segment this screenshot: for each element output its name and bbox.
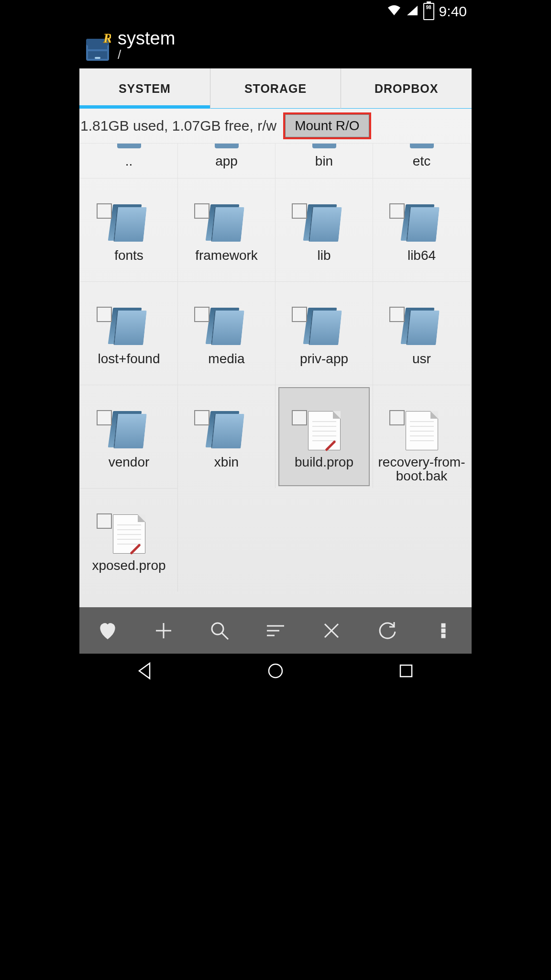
grid-item[interactable]: framework: [178, 178, 276, 281]
tab-label: SYSTEM: [119, 82, 171, 96]
device-screen: 98 9:40 R system / SYSTEM STORAGE DROPBO…: [79, 0, 472, 690]
folder-icon: [403, 198, 441, 244]
battery-icon: 98: [423, 3, 434, 20]
file-edit-icon: [113, 508, 145, 554]
grid-item[interactable]: xbin: [178, 385, 276, 488]
item-label: fonts: [112, 248, 145, 262]
item-checkbox[interactable]: [97, 307, 112, 322]
svg-rect-7: [442, 624, 445, 627]
folder-icon: [117, 144, 141, 148]
svg-text:R: R: [103, 32, 111, 45]
nav-recent-button[interactable]: [397, 661, 416, 682]
item-checkbox[interactable]: [292, 203, 307, 219]
item-checkbox[interactable]: [389, 307, 405, 322]
tab-label: STORAGE: [244, 82, 307, 96]
svg-rect-8: [442, 629, 445, 632]
item-label: xposed.prop: [90, 558, 167, 572]
item-label: vendor: [107, 455, 152, 469]
add-button[interactable]: [135, 607, 191, 654]
grid-item[interactable]: priv-app: [276, 281, 373, 385]
item-checkbox[interactable]: [194, 410, 209, 425]
storage-stats: 1.81GB used, 1.07GB free, r/w: [80, 118, 276, 134]
item-checkbox[interactable]: [194, 203, 209, 219]
item-checkbox[interactable]: [389, 203, 405, 219]
file-edit-icon: [308, 404, 341, 450]
folder-icon: [110, 198, 148, 244]
page-title: system: [118, 29, 175, 47]
folder-icon: [306, 301, 343, 347]
more-button[interactable]: [416, 607, 472, 654]
folder-icon: [208, 198, 245, 244]
item-label: bin: [313, 154, 335, 168]
item-label: priv-app: [298, 352, 350, 366]
item-checkbox[interactable]: [194, 307, 209, 322]
status-time: 9:40: [439, 3, 467, 20]
grid-item[interactable]: xposed.prop: [80, 488, 178, 591]
item-checkbox[interactable]: [97, 513, 112, 529]
sort-button[interactable]: [247, 607, 303, 654]
signal-icon: [406, 5, 419, 18]
search-button[interactable]: [191, 607, 247, 654]
item-label: xbin: [212, 455, 241, 469]
nav-back-button[interactable]: [135, 661, 154, 682]
grid-item[interactable]: lib64: [373, 178, 471, 281]
grid-item[interactable]: bin: [276, 143, 373, 178]
folder-icon: [410, 144, 434, 148]
grid-item[interactable]: fonts: [80, 178, 178, 281]
path-label: /: [118, 47, 175, 62]
tab-bar: SYSTEM STORAGE DROPBOX: [79, 68, 472, 109]
file-icon: [406, 404, 438, 450]
folder-icon: [403, 301, 441, 347]
grid-item[interactable]: recovery-from-boot.bak: [373, 385, 471, 488]
item-checkbox[interactable]: [389, 410, 405, 425]
status-bar: 98 9:40: [79, 0, 472, 22]
tab-dropbox[interactable]: DROPBOX: [341, 68, 472, 109]
grid-item[interactable]: vendor: [80, 385, 178, 488]
grid-item[interactable]: etc: [373, 143, 471, 178]
item-checkbox[interactable]: [292, 307, 307, 322]
favorites-button[interactable]: [79, 607, 135, 654]
grid-item[interactable]: lib: [276, 178, 373, 281]
refresh-button[interactable]: [360, 607, 416, 654]
close-button[interactable]: [304, 607, 360, 654]
item-label: lib64: [406, 248, 438, 262]
item-label: ..: [123, 154, 135, 168]
nav-home-button[interactable]: [266, 661, 285, 682]
grid-item[interactable]: usr: [373, 281, 471, 385]
item-label: framework: [193, 248, 260, 262]
item-label: recovery-from-boot.bak: [373, 455, 470, 483]
grid-item[interactable]: media: [178, 281, 276, 385]
title-box: system /: [118, 29, 175, 62]
svg-rect-4: [95, 57, 100, 59]
folder-icon: [208, 301, 245, 347]
app-icon: R: [84, 32, 111, 59]
tab-system[interactable]: SYSTEM: [79, 68, 210, 109]
item-label: etc: [411, 154, 432, 168]
grid-item[interactable]: lost+found: [80, 281, 178, 385]
content-area: 1.81GB used, 1.07GB free, r/w Mount R/O …: [79, 109, 472, 607]
tab-label: DROPBOX: [375, 82, 438, 96]
item-label: lost+found: [96, 352, 162, 366]
tab-storage[interactable]: STORAGE: [210, 68, 342, 109]
wifi-icon: [387, 5, 401, 18]
grid-item[interactable]: build.prop: [276, 385, 373, 488]
folder-icon: [208, 404, 245, 450]
grid-item[interactable]: app: [178, 143, 276, 178]
grid-item[interactable]: ..: [80, 143, 178, 178]
folder-icon: [110, 404, 148, 450]
svg-point-6: [212, 623, 223, 635]
item-label: lib: [315, 248, 332, 262]
folder-icon: [312, 144, 336, 148]
item-label: build.prop: [293, 455, 355, 469]
folder-icon: [215, 144, 239, 148]
bottom-toolbar: [79, 607, 472, 654]
item-checkbox[interactable]: [292, 410, 307, 425]
storage-row: 1.81GB used, 1.07GB free, r/w Mount R/O: [79, 109, 472, 143]
battery-percent: 98: [425, 5, 433, 10]
item-checkbox[interactable]: [97, 410, 112, 425]
mount-ro-button[interactable]: Mount R/O: [283, 112, 371, 139]
item-label: media: [206, 352, 246, 366]
app-header: R system /: [79, 22, 472, 68]
svg-rect-9: [442, 635, 445, 637]
item-checkbox[interactable]: [97, 203, 112, 219]
